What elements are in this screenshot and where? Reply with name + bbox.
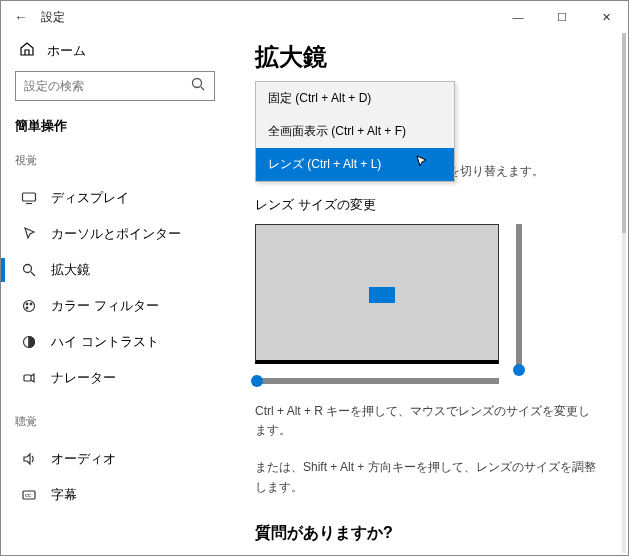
view-mode-dropdown[interactable]: 固定 (Ctrl + Alt + D) 全画面表示 (Ctrl + Alt + … [255,81,455,182]
lens-rectangle [369,287,395,303]
lens-width-slider[interactable] [255,378,499,384]
sidebar-item-narrator[interactable]: ナレーター [15,360,215,396]
sidebar-item-label: ハイ コントラスト [51,333,159,351]
maximize-button[interactable]: ☐ [540,1,584,33]
section-title: 簡単操作 [15,117,215,135]
home-label: ホーム [47,42,86,60]
content-area: 拡大鏡 固定 (Ctrl + Alt + D) 全画面表示 (Ctrl + Al… [229,33,628,555]
dropdown-option-fullscreen[interactable]: 全画面表示 (Ctrl + Alt + F) [256,115,454,148]
hint-resize-mouse: Ctrl + Alt + R キーを押して、マウスでレンズのサイズを変更します。 [255,402,602,440]
dropdown-option-lens[interactable]: レンズ (Ctrl + Alt + L) [256,148,454,181]
svg-point-7 [26,303,28,305]
home-link[interactable]: ホーム [15,33,215,71]
sidebar-item-display[interactable]: ディスプレイ [15,180,215,216]
sidebar-item-label: オーディオ [51,450,116,468]
svg-point-4 [24,265,32,273]
svg-rect-2 [23,193,36,201]
display-icon [21,190,37,206]
svg-rect-11 [24,375,31,381]
scrollbar-thumb[interactable] [622,33,626,233]
category-hearing: 聴覚 [15,414,215,429]
content-scrollbar[interactable] [622,33,626,553]
search-box[interactable] [15,71,215,101]
sidebar-item-label: 拡大鏡 [51,261,90,279]
svg-line-5 [31,272,35,276]
lens-size-heading: レンズ サイズの変更 [255,196,602,214]
narrator-icon [21,370,37,386]
sidebar-item-colorfilter[interactable]: カラー フィルター [15,288,215,324]
window-title: 設定 [41,9,65,26]
sidebar-item-label: ディスプレイ [51,189,129,207]
svg-point-8 [30,303,32,305]
sidebar-item-captions[interactable]: cc 字幕 [15,477,215,513]
svg-point-0 [193,79,202,88]
magnifier-icon [21,262,37,278]
sidebar: ホーム 簡単操作 視覚 ディスプレイ カーソルとポインター 拡大鏡 カラー フィ… [1,33,229,555]
svg-point-6 [24,301,35,312]
search-input[interactable] [24,79,190,93]
audio-icon [21,451,37,467]
close-button[interactable]: ✕ [584,1,628,33]
captions-icon: cc [21,487,37,503]
question-heading: 質問がありますか? [255,523,602,544]
sidebar-item-magnifier[interactable]: 拡大鏡 [15,252,215,288]
palette-icon [21,298,37,314]
sidebar-item-cursor[interactable]: カーソルとポインター [15,216,215,252]
sidebar-item-label: ナレーター [51,369,116,387]
back-button[interactable]: ← [7,9,35,25]
sidebar-item-audio[interactable]: オーディオ [15,441,215,477]
sidebar-item-label: カラー フィルター [51,297,159,315]
svg-line-1 [201,87,204,90]
slider-thumb[interactable] [251,375,263,387]
minimize-button[interactable]: — [496,1,540,33]
hint-resize-keys: または、Shift + Alt + 方向キーを押して、レンズのサイズを調整します… [255,458,602,496]
home-icon [19,41,35,61]
dropdown-option-docked[interactable]: 固定 (Ctrl + Alt + D) [256,82,454,115]
category-vision: 視覚 [15,153,215,168]
cursor-icon [21,226,37,242]
sidebar-item-label: カーソルとポインター [51,225,181,243]
mouse-cursor-icon [414,154,430,173]
sidebar-item-label: 字幕 [51,486,77,504]
sidebar-item-highcontrast[interactable]: ハイ コントラスト [15,324,215,360]
svg-text:cc: cc [25,492,31,498]
lens-height-slider[interactable] [516,224,522,372]
lens-preview [255,224,499,364]
page-title: 拡大鏡 [255,41,602,73]
search-icon [190,76,206,96]
slider-thumb[interactable] [513,364,525,376]
svg-point-9 [26,307,28,309]
contrast-icon [21,334,37,350]
